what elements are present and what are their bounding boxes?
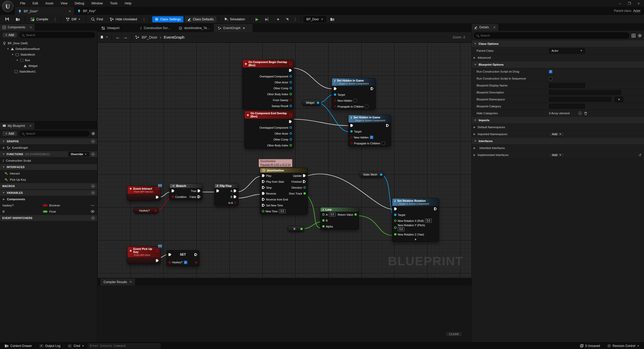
unsaved-status[interactable]: 5 Unsaved [578, 344, 603, 348]
object-pin[interactable] [290, 81, 292, 83]
propagate-checkbox[interactable] [365, 105, 368, 108]
namespace-input[interactable] [549, 97, 611, 102]
node-begin-overlap[interactable]: ◆On Component Begin Overlap (Box) Overla… [242, 59, 294, 109]
bool-pin[interactable] [334, 105, 336, 108]
save-button[interactable] [3, 16, 12, 22]
float-pin[interactable] [262, 210, 264, 212]
settings-gear-icon[interactable] [638, 34, 642, 38]
interface-pickupkey-item[interactable]: Pick Up Key [0, 177, 97, 183]
expand-arrow-icon[interactable]: ▶ [3, 198, 5, 200]
exec-out-pin[interactable] [289, 120, 292, 123]
macros-section-header[interactable]: MACROS + [0, 183, 97, 189]
interface-interact-item[interactable]: Interact [0, 170, 97, 177]
node-widget-variable[interactable]: Widget [302, 100, 321, 106]
tab-eventgraph[interactable]: EventGraph ✕ [214, 24, 252, 32]
display-name-input[interactable] [549, 83, 585, 88]
b-exec-pin[interactable] [234, 195, 236, 198]
object-pin[interactable] [380, 173, 382, 176]
eye-open-icon[interactable] [91, 210, 95, 213]
object-pin[interactable] [290, 75, 292, 77]
expand-advanced-pins-icon[interactable]: ▼ [392, 237, 439, 241]
propagate-checkbox[interactable] [382, 142, 385, 145]
object-pin[interactable] [290, 126, 292, 129]
add-array-element-icon[interactable]: + [578, 111, 582, 115]
output-log-button[interactable]: ≡ Output Log [37, 343, 63, 349]
rotation-x-pin[interactable] [394, 220, 396, 222]
maximize-button[interactable]: ❐ [625, 1, 633, 6]
play-options-icon[interactable]: ⋮ [292, 17, 298, 21]
browse-debug-asset-button[interactable] [328, 16, 337, 22]
add-interface-button[interactable]: Add▼ [549, 153, 564, 157]
node-event-pick-up-key[interactable]: ◆Event Pick Up Key From BPI Door [127, 246, 161, 264]
variable-b-row[interactable]: B Float [0, 208, 97, 215]
new-hidden-checkbox[interactable] [353, 99, 357, 102]
debug-object-dropdown[interactable]: BP_Door▼ [303, 16, 326, 22]
console-command-input[interactable] [90, 344, 158, 347]
play-button[interactable]: ▶ [253, 16, 261, 23]
float-pin[interactable] [303, 192, 306, 195]
exec-out-pin[interactable] [371, 87, 374, 90]
exec-in-pin[interactable] [172, 189, 174, 192]
close-button[interactable]: × [635, 1, 642, 6]
add-variable-icon[interactable]: + [91, 191, 95, 195]
add-graph-icon[interactable]: + [91, 139, 95, 143]
reset-to-default-icon[interactable]: ↺ [639, 153, 641, 157]
close-tab-icon[interactable]: ✕ [242, 26, 245, 30]
cmd-dropdown[interactable]: >_ Cmd ▼ [65, 343, 87, 349]
breadcrumb-root[interactable]: BP_Door [142, 35, 157, 39]
collapse-arrow-icon[interactable]: ▼ [2, 140, 5, 143]
my-blueprint-search[interactable] [19, 131, 89, 136]
graphs-section-header[interactable]: ▼ GRAPHS + [0, 138, 97, 145]
breadcrumb-current[interactable]: EventGraph [164, 35, 184, 39]
b-pin[interactable] [322, 219, 325, 222]
run-in-sequencer-checkbox[interactable] [549, 77, 552, 80]
category-input[interactable] [549, 104, 585, 109]
class-options-section[interactable]: ▼Class Options [472, 40, 644, 47]
exec-out-pin[interactable] [386, 124, 389, 127]
tree-item-defaultsceneroot[interactable]: ▼ DefaultSceneRoot [0, 46, 97, 52]
add-component-button[interactable]: +Add [2, 32, 17, 38]
expand-arrow-icon[interactable]: ▶ [3, 146, 5, 149]
forward-arrow-icon[interactable]: → [123, 34, 128, 40]
node-set-hidden-a[interactable]: ƒSet Hidden in Game Target is Scene Comp… [332, 78, 376, 110]
expand-arrow-icon[interactable]: ▼ [7, 48, 9, 50]
bool-pin[interactable] [350, 136, 353, 138]
node-lerp[interactable]: ƒLerp A0.0 Return Value B Alpha [320, 207, 359, 230]
add-function-icon[interactable]: + [91, 152, 95, 156]
object-pin[interactable] [290, 87, 292, 89]
true-exec-pin[interactable] [198, 189, 200, 192]
menu-debug[interactable]: Debug [72, 1, 87, 6]
components-search-input[interactable] [26, 33, 92, 37]
menu-view[interactable]: View [57, 1, 71, 6]
menu-file[interactable]: File [17, 1, 28, 6]
node-branch[interactable]: Branch True ConditionFalse [170, 184, 202, 200]
my-blueprint-panel-tab[interactable]: My Blueprint ✕ [0, 123, 34, 129]
exec-out-pin[interactable] [156, 196, 159, 199]
default-namespaces-row[interactable]: ▶Default Namespaces [472, 124, 644, 131]
display-options-icon[interactable] [632, 34, 635, 38]
enum-pin[interactable] [303, 186, 306, 189]
exec-out-pin[interactable] [156, 259, 159, 262]
description-input[interactable] [549, 90, 621, 95]
tree-item-staticmesh[interactable]: ▼ StaticMesh [0, 52, 97, 57]
hide-unrelated-options-icon[interactable]: ⋮ [141, 17, 147, 21]
isa-bool-pin[interactable] [234, 202, 236, 204]
object-pin[interactable] [317, 102, 319, 104]
node-flip-flop[interactable]: //Flip Flop A B Is A [214, 184, 239, 206]
tree-item-staticmesh1[interactable]: StaticMesh1 [0, 69, 97, 74]
compile-button[interactable]: Compile [28, 16, 51, 23]
exec-out-pin[interactable] [434, 207, 437, 210]
menu-edit[interactable]: Edit [29, 1, 41, 6]
node-haskey-variable[interactable]: Haskey? [133, 207, 159, 214]
parent-class-dropdown[interactable]: Actor▼ [549, 48, 585, 54]
eject-button[interactable]: ◥ [283, 16, 291, 22]
eventgraph-item[interactable]: ▶ EventGraph [0, 145, 97, 151]
add-namespace-button[interactable]: Add▼ [549, 132, 564, 136]
class-defaults-button[interactable]: Class Defaults [185, 16, 216, 22]
node-set-relative-rotation[interactable]: ƒSet Relative Rotation Target is Scene C… [392, 198, 439, 242]
variables-section-header[interactable]: ▼ VARIABLES + [0, 189, 97, 196]
exec-in-pin[interactable] [262, 180, 265, 183]
rotation-z-pin[interactable] [394, 233, 396, 235]
override-dropdown[interactable]: Override▼ [68, 152, 89, 156]
node-set-haskey[interactable]: SET Haskey?✓ [166, 250, 199, 266]
